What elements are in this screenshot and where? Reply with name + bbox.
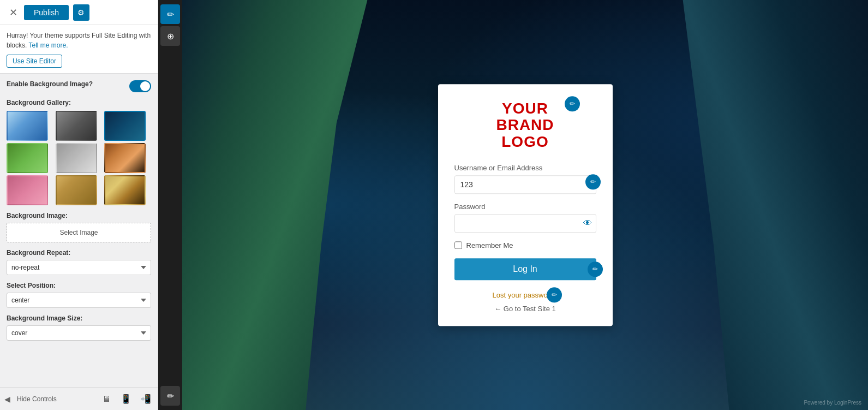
password-toggle-button[interactable]: 👁 <box>583 218 592 228</box>
enable-bg-toggle[interactable] <box>129 80 151 92</box>
bg-repeat-label: Background Repeat: <box>7 249 151 257</box>
gallery-item-6[interactable] <box>104 143 146 173</box>
username-edit-button[interactable]: ✏ <box>585 174 601 189</box>
gallery-item-2[interactable] <box>56 111 97 141</box>
forgot-pencil-icon: ✏ <box>552 292 557 299</box>
password-field-group: Password 👁 <box>454 203 596 233</box>
enable-bg-toggle-row: Enable Background Image? <box>7 80 151 92</box>
password-wrapper: 👁 <box>454 214 596 233</box>
background-gallery <box>7 111 151 205</box>
sidebar-footer: ◀ Hide Controls 🖥 📱 📲 <box>0 387 158 410</box>
back-to-site-link[interactable]: ← Go to Test Site 1 <box>454 305 596 313</box>
forgot-edit-button[interactable]: ✏ <box>547 288 562 303</box>
eye-icon: 👁 <box>583 218 592 228</box>
desktop-icon: 🖥 <box>102 394 111 404</box>
logo-pencil-icon: ✏ <box>570 100 575 108</box>
middle-toolbar: ✏ ⊕ ✏ <box>158 0 182 410</box>
gallery-item-5[interactable] <box>56 143 97 173</box>
pencil-icon: ✏ <box>167 9 174 20</box>
username-field-group: Username or Email Address ✏ <box>454 164 596 194</box>
info-message: Hurray! Your theme supports Full Site Ed… <box>7 31 151 50</box>
enable-bg-label: Enable Background Image? <box>7 80 93 88</box>
password-input[interactable] <box>454 214 596 233</box>
gallery-label: Background Gallery: <box>7 99 151 106</box>
settings-gear-button[interactable]: ⚙ <box>73 4 89 21</box>
hide-controls-button[interactable]: Hide Controls <box>17 395 57 403</box>
bottom-tool-icon: ✏ <box>167 391 174 401</box>
use-site-editor-button[interactable]: Use Site Editor <box>7 55 62 68</box>
tool-bottom-button[interactable]: ✏ <box>160 386 180 406</box>
password-label: Password <box>454 203 596 211</box>
bg-size-select[interactable]: cover contain auto <box>7 325 151 341</box>
login-button-wrapper: Log In ✏ <box>454 258 596 280</box>
remember-checkbox[interactable] <box>454 242 462 249</box>
username-pencil-icon: ✏ <box>590 178 596 186</box>
username-input[interactable] <box>454 175 596 194</box>
bg-image-section-label: Background Image: <box>7 212 151 219</box>
close-button[interactable]: ✕ <box>7 6 20 19</box>
gallery-item-9[interactable] <box>104 175 146 205</box>
card-footer: Lost your password? ✏ ← Go to Test Site … <box>454 291 596 313</box>
gallery-item-7[interactable] <box>7 175 48 205</box>
forgot-password-row: Lost your password? ✏ <box>493 291 558 299</box>
sidebar-scroll-area[interactable]: Enable Background Image? Background Gall… <box>0 74 158 387</box>
tool-pencil-button[interactable]: ✏ <box>160 4 180 24</box>
copy-icon: ⊕ <box>167 31 174 41</box>
tool-copy-button[interactable]: ⊕ <box>160 26 180 46</box>
login-button[interactable]: Log In <box>454 258 596 280</box>
watermark: Powered by LoginPress <box>804 400 861 406</box>
footer-device-icons: 🖥 📱 📲 <box>99 391 153 407</box>
mobile-view-button[interactable]: 📲 <box>138 391 153 407</box>
login-card: YOURBRANDLOGO ✏ Username or Email Addres… <box>438 84 613 326</box>
bg-size-label: Background Image Size: <box>7 314 151 322</box>
position-select[interactable]: center top bottom left right <box>7 293 151 308</box>
desktop-view-button[interactable]: 🖥 <box>99 391 114 407</box>
bg-repeat-select[interactable]: no-repeat repeat repeat-x repeat-y <box>7 260 151 275</box>
info-box: Hurray! Your theme supports Full Site Ed… <box>0 25 158 74</box>
gallery-item-3[interactable] <box>104 111 146 141</box>
logo-area: YOURBRANDLOGO ✏ <box>454 100 596 151</box>
sidebar: ✕ Publish ⚙ Hurray! Your theme supports … <box>0 0 158 410</box>
tablet-icon: 📱 <box>121 394 131 404</box>
remember-label: Remember Me <box>466 241 513 249</box>
mobile-icon: 📲 <box>140 394 151 404</box>
prev-button[interactable]: ◀ <box>4 395 10 403</box>
gallery-item-8[interactable] <box>56 175 97 205</box>
select-image-button[interactable]: Select Image <box>7 223 151 242</box>
tablet-view-button[interactable]: 📱 <box>118 391 134 407</box>
login-btn-pencil-icon: ✏ <box>592 265 598 273</box>
position-label: Select Position: <box>7 282 151 289</box>
gallery-item-1[interactable] <box>7 111 48 141</box>
publish-button[interactable]: Publish <box>24 5 69 20</box>
login-btn-edit-button[interactable]: ✏ <box>588 262 603 277</box>
sidebar-header: ✕ Publish ⚙ <box>0 0 158 25</box>
prev-arrow-icon: ◀ <box>4 395 10 403</box>
gallery-item-4[interactable] <box>7 143 48 173</box>
main-preview-area: YOURBRANDLOGO ✏ Username or Email Addres… <box>182 0 868 410</box>
logo-edit-button[interactable]: ✏ <box>565 96 580 111</box>
tell-me-more-link[interactable]: Tell me more. <box>28 41 68 49</box>
remember-me-row: Remember Me <box>454 241 596 249</box>
username-label: Username or Email Address <box>454 164 596 172</box>
